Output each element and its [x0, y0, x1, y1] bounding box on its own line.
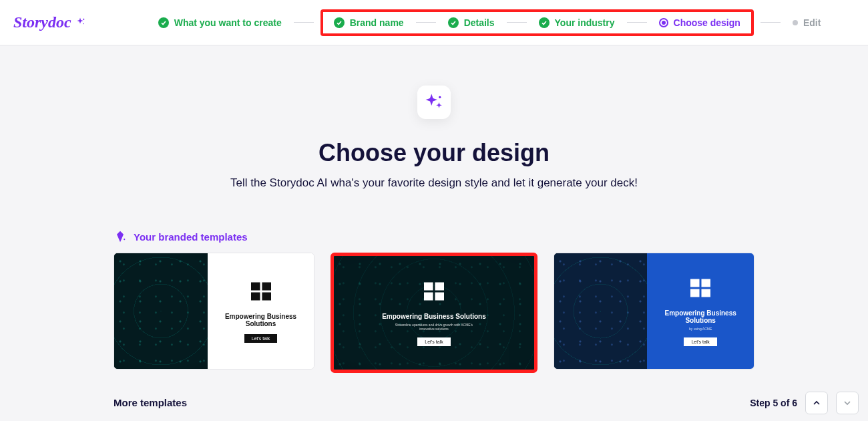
dot-pending-icon — [793, 20, 798, 25]
svg-point-0 — [83, 18, 84, 19]
template-cta: Let's talk — [244, 334, 277, 343]
step-label: Brand name — [350, 17, 404, 28]
check-icon — [334, 17, 345, 28]
more-templates-label: More templates — [114, 397, 187, 408]
step-label: Edit — [803, 17, 821, 28]
svg-rect-13 — [702, 279, 711, 287]
windows-icon — [249, 279, 273, 303]
step-what-to-create[interactable]: What you want to create — [153, 15, 287, 31]
main-content: Choose your design Tell the Storydoc AI … — [0, 45, 868, 409]
radio-current-icon — [659, 18, 668, 27]
svg-rect-9 — [435, 283, 444, 291]
template-subtitle: Streamline operations and drive growth w… — [387, 323, 481, 331]
template-title: Empowering Business Solutions — [382, 313, 486, 320]
sparkle-icon — [424, 92, 444, 112]
progress-stepper: What you want to create Brand name Detai… — [153, 9, 827, 36]
template-cta: Let's talk — [684, 337, 716, 346]
sparkle-badge — [417, 86, 451, 119]
diamond-icon — [114, 230, 127, 243]
svg-rect-8 — [424, 283, 433, 291]
svg-rect-15 — [702, 289, 711, 297]
step-connector — [416, 22, 436, 23]
footer-controls: Step 5 of 6 — [750, 392, 859, 414]
svg-point-2 — [439, 96, 441, 99]
check-icon — [158, 17, 169, 28]
step-details[interactable]: Details — [443, 15, 500, 31]
template-title: Empowering Business Solutions — [214, 313, 308, 327]
sparkle-icon — [74, 17, 86, 29]
arrow-down-icon — [842, 398, 853, 408]
template-card-3[interactable]: Empowering Business Solutions by using A… — [554, 253, 754, 370]
section-title: Your branded templates — [134, 231, 248, 243]
template-card-2[interactable]: Empowering Business Solutions Streamline… — [331, 253, 537, 373]
step-label: What you want to create — [174, 17, 282, 28]
template-card-1[interactable]: Empowering Business Solutions Let's talk — [114, 253, 314, 370]
page-subtitle: Tell the Storydoc AI wha's your favorite… — [0, 176, 868, 190]
svg-point-1 — [83, 23, 84, 24]
more-templates-section: More templates — [114, 397, 754, 409]
windows-icon — [422, 279, 446, 303]
step-label: Choose design — [674, 17, 740, 28]
annotation-highlight: Brand name Details Your industry Choose … — [320, 9, 754, 36]
prev-step-button[interactable] — [805, 392, 828, 414]
svg-rect-11 — [435, 293, 444, 301]
check-icon — [539, 17, 550, 28]
step-label: Your industry — [555, 17, 615, 28]
svg-rect-7 — [262, 293, 271, 301]
svg-rect-14 — [690, 289, 700, 297]
template-cta: Let's talk — [417, 337, 450, 346]
step-label: Details — [464, 17, 495, 28]
brand-name: Storydoc — [13, 13, 71, 31]
step-connector — [761, 22, 781, 23]
svg-rect-12 — [690, 279, 700, 287]
template-preview-panel: Empowering Business Solutions Streamline… — [334, 256, 533, 370]
svg-rect-4 — [251, 283, 260, 291]
step-industry[interactable]: Your industry — [533, 15, 620, 31]
step-brand-name[interactable]: Brand name — [329, 15, 409, 31]
template-grid: Empowering Business Solutions Let's talk… — [114, 253, 754, 373]
template-preview-panel: Empowering Business Solutions by using A… — [647, 253, 754, 369]
next-step-button[interactable] — [836, 392, 859, 414]
svg-rect-5 — [262, 283, 271, 291]
windows-icon — [688, 276, 712, 300]
template-title: Empowering Business Solutions — [654, 309, 747, 324]
branded-templates-section: Your branded templates Empowering Busine… — [114, 230, 754, 373]
brand-logo[interactable]: Storydoc — [13, 13, 86, 31]
step-connector — [294, 22, 314, 23]
template-subtitle: by using ACME — [689, 327, 712, 331]
section-header: Your branded templates — [114, 230, 754, 243]
step-choose-design[interactable]: Choose design — [654, 15, 746, 31]
template-preview-image — [114, 253, 208, 369]
template-preview-image — [554, 253, 648, 369]
arrow-up-icon — [811, 398, 822, 408]
app-header: Storydoc What you want to create Brand n… — [0, 0, 868, 45]
svg-point-3 — [124, 239, 125, 240]
step-connector — [627, 22, 647, 23]
step-edit[interactable]: Edit — [787, 15, 826, 31]
svg-rect-6 — [251, 293, 260, 301]
step-counter: Step 5 of 6 — [750, 398, 797, 408]
check-icon — [448, 17, 459, 28]
step-connector — [507, 22, 527, 23]
template-preview-panel: Empowering Business Solutions Let's talk — [208, 253, 314, 369]
page-title: Choose your design — [0, 139, 868, 167]
svg-rect-10 — [424, 293, 433, 301]
